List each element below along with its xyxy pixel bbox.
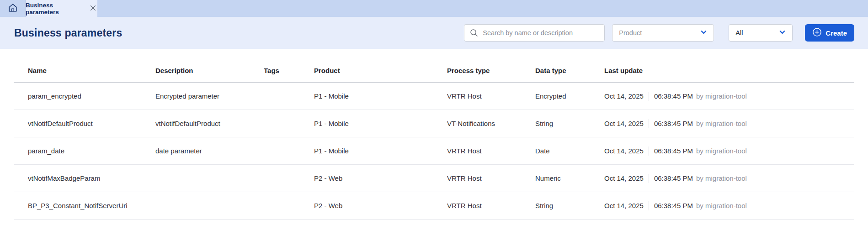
cell-product: P1 - Mobile — [314, 147, 447, 155]
cell-last-update: Oct 14, 2025 06:38:45 PM by migration-to… — [604, 201, 854, 210]
cell-name: vtNotifMaxBadgeParam — [14, 174, 155, 182]
last-update-time: 06:38:45 PM — [654, 202, 693, 209]
cell-process-type: VRTR Host — [447, 147, 535, 155]
cell-data-type: Numeric — [535, 174, 604, 182]
col-header-name[interactable]: Name — [14, 67, 155, 74]
table-row[interactable]: BP_P3_Constant_NotifServerUri P2 - Web V… — [14, 192, 854, 220]
search-field — [464, 24, 605, 42]
date-time-divider — [649, 174, 649, 183]
last-update-date: Oct 14, 2025 — [604, 202, 644, 209]
cell-process-type: VRTR Host — [447, 92, 535, 100]
cell-product: P1 - Mobile — [314, 92, 447, 100]
tab-close-icon[interactable] — [89, 4, 97, 13]
last-update-date: Oct 14, 2025 — [604, 120, 644, 127]
chevron-down-icon — [779, 29, 786, 37]
home-button[interactable] — [0, 0, 26, 17]
create-button[interactable]: Create — [805, 24, 854, 42]
parameters-table: Name Description Tags Product Process ty… — [14, 49, 854, 220]
cell-process-type: VRTR Host — [447, 202, 535, 209]
table-row[interactable]: vtNotifMaxBadgeParam P2 - Web VRTR Host … — [14, 165, 854, 192]
last-update-date: Oct 14, 2025 — [604, 92, 644, 100]
plus-circle-icon — [812, 27, 822, 38]
cell-name: BP_P3_Constant_NotifServerUri — [14, 202, 155, 209]
date-time-divider — [649, 92, 649, 101]
tab-label: Business parameters — [26, 2, 84, 16]
last-update-time: 06:38:45 PM — [654, 92, 693, 100]
last-update-date: Oct 14, 2025 — [604, 174, 644, 182]
cell-name: param_date — [14, 147, 155, 155]
cell-last-update: Oct 14, 2025 06:38:45 PM by migration-to… — [604, 174, 854, 183]
col-header-product[interactable]: Product — [314, 67, 447, 74]
home-icon — [8, 3, 18, 15]
cell-last-update: Oct 14, 2025 06:38:45 PM by migration-to… — [604, 92, 854, 101]
cell-data-type: Date — [535, 147, 604, 155]
last-update-author: by migration-tool — [696, 147, 747, 155]
col-header-description[interactable]: Description — [155, 67, 264, 74]
col-header-data-type[interactable]: Data type — [535, 67, 604, 74]
date-time-divider — [649, 119, 649, 128]
col-header-last-update[interactable]: Last update — [604, 67, 854, 74]
scope-filter-value: All — [735, 29, 743, 37]
table-body: param_encrypted Encrypted parameter P1 -… — [14, 83, 854, 220]
col-header-process-type[interactable]: Process type — [447, 67, 535, 74]
cell-product: P1 - Mobile — [314, 120, 447, 127]
tab-business-parameters[interactable]: Business parameters — [26, 0, 97, 17]
cell-last-update: Oct 14, 2025 06:38:45 PM by migration-to… — [604, 119, 854, 128]
cell-product: P2 - Web — [314, 202, 447, 209]
last-update-time: 06:38:45 PM — [654, 147, 693, 155]
cell-last-update: Oct 14, 2025 06:38:45 PM by migration-to… — [604, 147, 854, 156]
last-update-author: by migration-tool — [696, 202, 747, 209]
table-row[interactable]: param_date date parameter P1 - Mobile VR… — [14, 137, 854, 165]
product-filter-value: Product — [619, 29, 642, 37]
search-input[interactable] — [464, 24, 605, 42]
col-header-tags[interactable]: Tags — [264, 67, 314, 74]
cell-data-type: Encrypted — [535, 92, 604, 100]
table-row[interactable]: vtNotifDefaultProduct vtNotifDefaultProd… — [14, 110, 854, 137]
page-header: Business parameters Product All — [0, 17, 868, 49]
page-title: Business parameters — [14, 27, 122, 39]
date-time-divider — [649, 201, 649, 210]
cell-data-type: String — [535, 202, 604, 209]
last-update-author: by migration-tool — [696, 92, 747, 100]
cell-process-type: VRTR Host — [447, 174, 535, 182]
last-update-author: by migration-tool — [696, 120, 747, 127]
create-button-label: Create — [825, 29, 847, 37]
cell-name: vtNotifDefaultProduct — [14, 120, 155, 127]
last-update-time: 06:38:45 PM — [654, 120, 693, 127]
tab-bar: Business parameters — [0, 0, 868, 17]
cell-product: P2 - Web — [314, 174, 447, 182]
scope-filter-dropdown[interactable]: All — [729, 24, 793, 42]
last-update-author: by migration-tool — [696, 174, 747, 182]
table-row[interactable]: param_encrypted Encrypted parameter P1 -… — [14, 83, 854, 110]
cell-description: Encrypted parameter — [155, 92, 264, 100]
cell-name: param_encrypted — [14, 92, 155, 100]
cell-process-type: VT-Notifications — [447, 120, 535, 127]
cell-description: vtNotifDefaultProduct — [155, 120, 264, 127]
last-update-date: Oct 14, 2025 — [604, 147, 644, 155]
product-filter-dropdown[interactable]: Product — [612, 24, 714, 42]
chevron-down-icon — [700, 29, 707, 37]
cell-description: date parameter — [155, 147, 264, 155]
search-icon — [469, 28, 479, 39]
last-update-time: 06:38:45 PM — [654, 174, 693, 182]
cell-data-type: String — [535, 120, 604, 127]
table-header-row: Name Description Tags Product Process ty… — [14, 49, 854, 83]
date-time-divider — [649, 147, 649, 156]
